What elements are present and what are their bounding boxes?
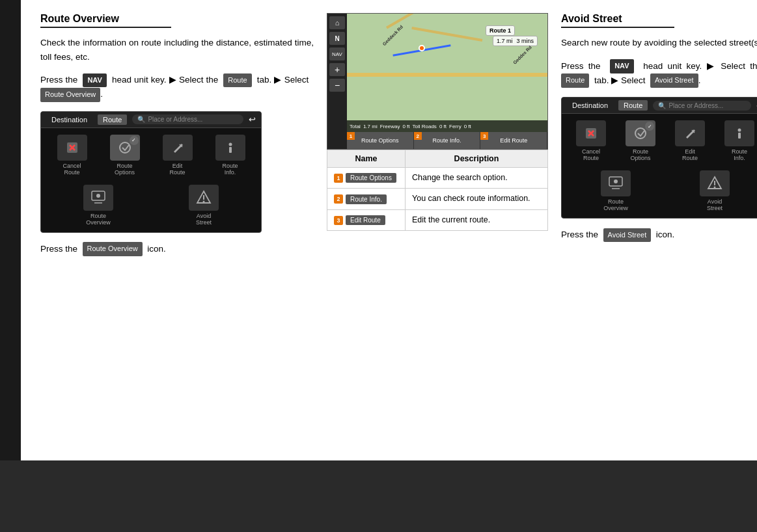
map-zoom-out-btn[interactable]: − bbox=[329, 79, 345, 92]
destination-tab[interactable]: Destination bbox=[46, 114, 92, 125]
hu-icon-edit-route-box-r bbox=[675, 120, 705, 146]
edit-route-icon bbox=[169, 139, 187, 157]
edit-route-text: Edit Route bbox=[500, 137, 527, 144]
map-nav-btn[interactable]: NAV bbox=[329, 47, 345, 60]
bottom-row-left: RouteOverview AvoidStreet bbox=[41, 182, 261, 232]
road-h bbox=[347, 73, 547, 77]
icons-grid-right: CancelRoute ✓ RouteOptions bbox=[562, 114, 757, 168]
route-time: 3 mins bbox=[516, 38, 534, 44]
hu-icon-edit-route[interactable]: EditRoute bbox=[153, 135, 202, 176]
check-icon: ✓ bbox=[130, 136, 139, 145]
avoid-street-icon-r bbox=[706, 174, 724, 193]
press-icon-text-1: Press the bbox=[40, 244, 77, 254]
svg-rect-6 bbox=[229, 147, 232, 153]
hu-icon-avoid-street-box-r bbox=[700, 170, 730, 196]
map-zoom-in-btn[interactable]: + bbox=[329, 63, 345, 76]
hu-icon-route-options[interactable]: ✓ RouteOptions bbox=[100, 135, 149, 176]
table-cell-edit-route-desc: Edit the current route. bbox=[406, 209, 548, 230]
table-cell-edit-route: 3 Edit Route bbox=[327, 209, 406, 230]
route-overview-icon-r bbox=[607, 174, 625, 193]
svg-point-9 bbox=[96, 194, 100, 198]
hu-icon-route-options-r[interactable]: ✓ RouteOptions bbox=[618, 120, 663, 161]
hu-icon-avoid-street-r[interactable]: AvoidStreet bbox=[667, 170, 757, 211]
map-nav-buttons: 1 Route Options 2 Route Info. 3 Edit Rou… bbox=[347, 132, 547, 149]
hu-icon-route-info[interactable]: RouteInfo. bbox=[206, 135, 255, 176]
route-options-label-r: RouteOptions bbox=[630, 148, 650, 161]
cancel-route-icon bbox=[63, 139, 81, 157]
search-icon-right: 🔍 bbox=[658, 102, 666, 109]
hu-icon-cancel-route[interactable]: CancelRoute bbox=[48, 135, 96, 176]
route-options-desc: Change the search option. bbox=[412, 173, 508, 182]
strip-toll-val: 0 ft bbox=[439, 124, 447, 129]
route-tab-btn-1: Route bbox=[223, 73, 251, 88]
route-info-desc: You can check route information. bbox=[412, 194, 530, 203]
road-diag2 bbox=[411, 27, 482, 42]
route-tab-hu-r[interactable]: Route bbox=[618, 100, 648, 111]
hu-icon-route-overview[interactable]: RouteOverview bbox=[48, 185, 149, 226]
strip-ferry-val: 0 ft bbox=[464, 124, 471, 129]
hu-icon-avoid-street-left[interactable]: AvoidStreet bbox=[153, 185, 255, 226]
avoid-street-heading-wrap: Avoid Street bbox=[561, 13, 757, 28]
hu-icon-cancel-route-box bbox=[57, 135, 87, 161]
search-bar-left[interactable]: 🔍 Place or Address... bbox=[132, 114, 243, 124]
press-text-2: Press the bbox=[561, 61, 601, 71]
left-sidebar bbox=[0, 0, 21, 532]
route-info-icon bbox=[221, 139, 240, 157]
search-bar-right[interactable]: 🔍 Place or Address... bbox=[653, 101, 751, 111]
map-n-btn[interactable]: N bbox=[329, 32, 345, 45]
hu-icon-route-overview-r[interactable]: RouteOverview bbox=[568, 170, 663, 211]
hu-icon-route-info-r[interactable]: RouteInfo. bbox=[717, 120, 757, 161]
route-1-info: 1.7 mi 3 mins bbox=[493, 36, 538, 46]
table-cell-route-options-desc: Change the search option. bbox=[406, 168, 548, 189]
route-overview-icon-btn: Route Overview bbox=[83, 242, 143, 256]
route-options-label: RouteOptions bbox=[115, 163, 135, 176]
route-info-icon-r bbox=[730, 124, 749, 142]
num-3: 3 bbox=[480, 132, 488, 140]
map-route-options-btn[interactable]: 1 Route Options bbox=[347, 132, 414, 149]
map-controls: ⌂ N NAV + − bbox=[327, 14, 347, 149]
map-route-info-btn[interactable]: 2 Route Info. bbox=[414, 132, 481, 149]
edit-route-icon-r bbox=[681, 124, 699, 142]
route-info-label-r: RouteInfo. bbox=[732, 148, 747, 161]
badge-edit-route: 3 Edit Route bbox=[334, 215, 385, 225]
num-2: 2 bbox=[414, 132, 422, 140]
head-unit-right: Destination Route 🔍 Place or Address... … bbox=[561, 97, 757, 219]
body2-mid-2: head unit key. ▶ Select the bbox=[643, 61, 757, 71]
body2-suffix-1: tab. ▶ Select bbox=[257, 75, 309, 85]
badge-route-options: 1 Route Options bbox=[334, 173, 396, 183]
hu-icon-edit-route-r[interactable]: EditRoute bbox=[667, 120, 713, 161]
num-1: 1 bbox=[347, 132, 355, 140]
table-row-2: 2 Route Info. You can check route inform… bbox=[327, 189, 548, 209]
back-btn-left[interactable]: ↩ bbox=[249, 114, 256, 124]
avoid-street-body1: Search new route by avoiding the selecte… bbox=[561, 36, 757, 50]
strip-ferry-label: Ferry bbox=[449, 124, 461, 129]
destination-tab-r[interactable]: Destination bbox=[567, 100, 613, 111]
route-tab-btn-2: Route bbox=[561, 73, 589, 88]
map-container: ⌂ N NAV + − bbox=[327, 13, 548, 150]
table-cell-route-options: 1 Route Options bbox=[327, 168, 406, 189]
edit-route-label-r: EditRoute bbox=[682, 148, 698, 161]
cancel-route-label-r: CancelRoute bbox=[582, 148, 600, 161]
svg-point-5 bbox=[228, 142, 232, 146]
location-dot bbox=[419, 45, 425, 51]
route-overview-heading-wrap: Route Overview bbox=[40, 13, 314, 28]
badge-num-2: 2 bbox=[334, 194, 343, 204]
avoid-street-icon-left bbox=[195, 189, 213, 207]
map-edit-route-btn[interactable]: 3 Edit Route bbox=[480, 132, 547, 149]
route-distance: 1.7 mi bbox=[497, 38, 513, 44]
search-icon-left: 🔍 bbox=[137, 116, 145, 123]
route-info-badge-btn: Route Info. bbox=[346, 194, 387, 204]
hu-icon-cancel-route-r[interactable]: CancelRoute bbox=[568, 120, 614, 161]
svg-point-15 bbox=[635, 128, 646, 139]
svg-point-3 bbox=[120, 142, 130, 153]
table-cell-route-info: 2 Route Info. bbox=[327, 189, 406, 209]
table-header-description: Description bbox=[406, 150, 548, 168]
route-info-label: RouteInfo. bbox=[222, 163, 238, 176]
route-overview-icon-label: RouteOverview bbox=[86, 213, 111, 226]
strip-freeway-label: Freeway bbox=[380, 124, 400, 129]
cancel-route-label: CancelRoute bbox=[62, 163, 81, 176]
map-home-btn[interactable]: ⌂ bbox=[329, 16, 345, 29]
avoid-street-left-label: AvoidStreet bbox=[196, 213, 212, 226]
middle-section: ⌂ N NAV + − bbox=[327, 13, 548, 519]
route-tab-hu[interactable]: Route bbox=[98, 114, 127, 125]
